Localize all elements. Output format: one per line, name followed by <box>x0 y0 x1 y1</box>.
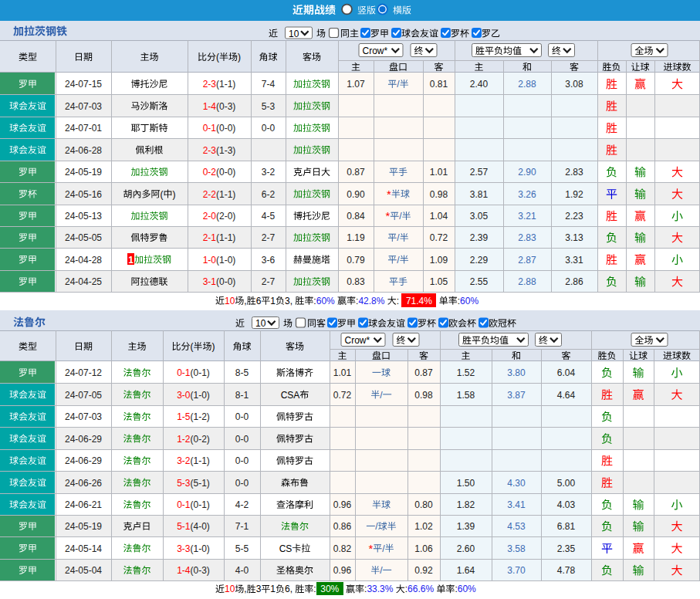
svg-text:2.57: 2.57 <box>470 167 489 178</box>
svg-text:5-3: 5-3 <box>177 478 191 489</box>
svg-text:4.64: 4.64 <box>557 390 576 401</box>
svg-text:24-06-29: 24-06-29 <box>65 455 102 466</box>
svg-text:0-2: 0-2 <box>203 167 217 178</box>
svg-text:3-2: 3-2 <box>262 167 276 178</box>
svg-text:3.08: 3.08 <box>565 79 583 90</box>
svg-text:(1-0): (1-0) <box>191 390 210 401</box>
svg-text:3.87: 3.87 <box>507 390 526 401</box>
svg-text:4.53: 4.53 <box>507 521 526 532</box>
svg-text:CS: CS <box>279 543 293 554</box>
svg-text:2-3: 2-3 <box>203 79 217 90</box>
svg-text:0-1: 0-1 <box>203 123 217 134</box>
svg-text:5.00: 5.00 <box>557 478 576 489</box>
svg-text:24-06-28: 24-06-28 <box>65 145 102 156</box>
svg-text:(1-0): (1-0) <box>216 255 235 266</box>
svg-text:2.55: 2.55 <box>470 276 489 287</box>
svg-text:3.41: 3.41 <box>507 499 526 510</box>
svg-text:(0-1): (0-1) <box>191 499 210 510</box>
svg-text:4-2: 4-2 <box>235 499 249 510</box>
svg-text:66.6%: 66.6% <box>407 584 434 594</box>
svg-text:2.88: 2.88 <box>518 79 536 90</box>
svg-text:8-1: 8-1 <box>235 390 249 401</box>
svg-text:24-07-05: 24-07-05 <box>65 390 102 401</box>
svg-text:1.58: 1.58 <box>457 390 475 401</box>
svg-text:(0-3): (0-3) <box>216 101 235 112</box>
svg-text:5-5: 5-5 <box>235 543 249 554</box>
svg-text:0-0: 0-0 <box>262 123 276 134</box>
svg-text:1.01: 1.01 <box>333 367 352 378</box>
svg-text:0.72: 0.72 <box>333 390 352 401</box>
svg-text:60%: 60% <box>316 296 335 306</box>
svg-text:1.50: 1.50 <box>457 478 475 489</box>
svg-text:0.90: 0.90 <box>347 189 365 200</box>
svg-text:1.19: 1.19 <box>347 232 365 243</box>
svg-text:(1-1): (1-1) <box>191 455 210 466</box>
svg-text:1.04: 1.04 <box>430 211 448 222</box>
svg-text:(1-0): (1-0) <box>191 543 210 554</box>
svg-text:(1-1): (1-1) <box>216 79 235 90</box>
svg-text:2-3: 2-3 <box>203 145 217 156</box>
svg-text:2.23: 2.23 <box>565 211 583 222</box>
svg-text:0.82: 0.82 <box>333 543 352 554</box>
svg-text:1.01: 1.01 <box>430 167 448 178</box>
svg-text:(0-3): (0-3) <box>191 565 210 576</box>
svg-text:1-2: 1-2 <box>177 434 191 445</box>
svg-text:0.96: 0.96 <box>333 565 352 576</box>
svg-text:24-06-29: 24-06-29 <box>65 434 102 445</box>
svg-text:6-2: 6-2 <box>262 189 276 200</box>
svg-text:3.31: 3.31 <box>565 255 583 266</box>
svg-text:0.83: 0.83 <box>347 276 365 287</box>
svg-text:24-07-12: 24-07-12 <box>65 367 102 378</box>
svg-text:1.09: 1.09 <box>430 255 448 266</box>
svg-text:(2-0): (2-0) <box>216 211 235 222</box>
svg-text:2.90: 2.90 <box>518 167 536 178</box>
svg-text:3.81: 3.81 <box>470 189 489 200</box>
svg-text:1: 1 <box>270 584 276 594</box>
svg-text:2-2: 2-2 <box>203 189 217 200</box>
svg-text:2-7: 2-7 <box>262 232 276 243</box>
svg-text:1-0: 1-0 <box>203 255 217 266</box>
svg-text:3: 3 <box>256 584 262 594</box>
svg-text:3-2: 3-2 <box>177 455 191 466</box>
svg-text:(0-0): (0-0) <box>216 167 235 178</box>
svg-text:4.30: 4.30 <box>507 478 526 489</box>
svg-text:2.88: 2.88 <box>518 276 536 287</box>
svg-text:10: 10 <box>289 29 299 39</box>
svg-text:2.83: 2.83 <box>518 232 536 243</box>
svg-text:24-07-03: 24-07-03 <box>65 411 102 422</box>
svg-text:3.26: 3.26 <box>518 189 536 200</box>
svg-text:60%: 60% <box>460 296 479 306</box>
svg-text:6.81: 6.81 <box>557 521 576 532</box>
svg-text:4-5: 4-5 <box>262 211 276 222</box>
svg-text:2.86: 2.86 <box>565 276 583 287</box>
svg-text:(: ( <box>191 341 194 352</box>
svg-text:(0-2): (0-2) <box>191 434 210 445</box>
svg-text:5-3: 5-3 <box>262 101 276 112</box>
svg-text:6.04: 6.04 <box>557 367 576 378</box>
svg-text:0.87: 0.87 <box>414 367 433 378</box>
svg-text:4.03: 4.03 <box>557 499 576 510</box>
svg-text:6: 6 <box>256 296 262 306</box>
svg-text:2.83: 2.83 <box>565 167 583 178</box>
svg-text:60%: 60% <box>458 584 476 594</box>
svg-text:3-0: 3-0 <box>177 390 191 401</box>
svg-text:33.3%: 33.3% <box>367 584 393 594</box>
svg-text:3.70: 3.70 <box>507 565 526 576</box>
svg-text:24-07-15: 24-07-15 <box>65 79 102 90</box>
svg-text:24-06-26: 24-06-26 <box>65 478 102 489</box>
svg-text:7-4: 7-4 <box>262 79 276 90</box>
svg-text:*: * <box>387 188 391 201</box>
svg-text:24-05-14: 24-05-14 <box>65 543 102 554</box>
svg-text:1-4: 1-4 <box>177 565 191 576</box>
svg-text:0.98: 0.98 <box>414 390 433 401</box>
svg-text:2.35: 2.35 <box>557 543 576 554</box>
svg-text:(5-1): (5-1) <box>191 478 210 489</box>
svg-text:0.98: 0.98 <box>430 189 448 200</box>
svg-text:7-1: 7-1 <box>235 521 249 532</box>
svg-text:42.8%: 42.8% <box>358 296 384 306</box>
svg-text:0-1: 0-1 <box>177 367 191 378</box>
svg-text:0.96: 0.96 <box>333 499 352 510</box>
svg-text:24-05-13: 24-05-13 <box>65 211 102 222</box>
svg-text:71.4%: 71.4% <box>406 296 432 306</box>
svg-text:(0-1): (0-1) <box>191 367 210 378</box>
